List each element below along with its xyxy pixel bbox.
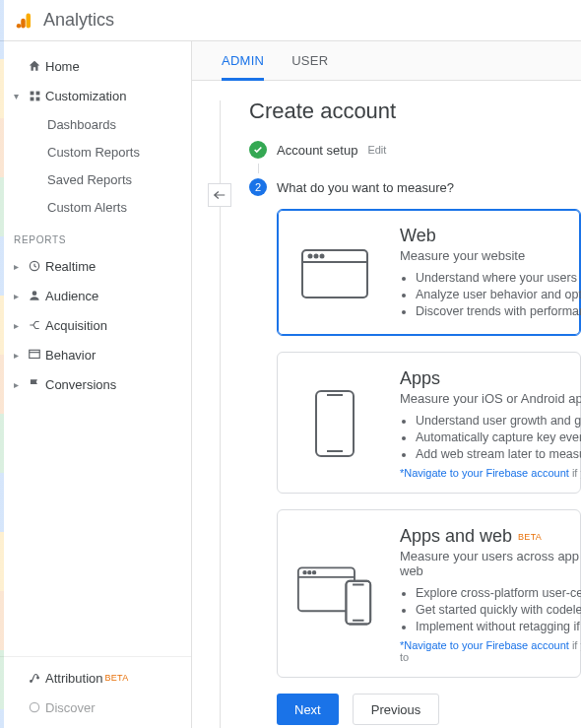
nav-home[interactable]: Home — [0, 51, 191, 81]
back-arrow-icon — [213, 190, 226, 200]
nav-conversions-label: Conversions — [45, 377, 116, 392]
expand-icon: ▸ — [14, 350, 24, 361]
subnav-saved-reports[interactable]: Saved Reports — [0, 165, 191, 193]
svg-point-21 — [313, 570, 315, 572]
back-button[interactable] — [208, 183, 231, 207]
behavior-icon — [24, 348, 45, 362]
step2-number: 2 — [249, 178, 267, 196]
option-web-bullet: Discover trends with performance — [416, 304, 581, 318]
subnav-custom-reports[interactable]: Custom Reports — [0, 138, 191, 165]
option-web-bullet: Analyze user behavior and optimize — [416, 288, 581, 301]
svg-rect-5 — [30, 97, 33, 100]
previous-button[interactable]: Previous — [353, 694, 440, 725]
expand-icon: ▸ — [14, 379, 24, 390]
svg-point-16 — [321, 254, 324, 257]
step-account-setup[interactable]: Account setup Edit — [249, 136, 581, 164]
svg-rect-9 — [30, 350, 40, 358]
subnav-custom-alerts[interactable]: Custom Alerts — [0, 193, 191, 221]
svg-point-11 — [37, 677, 39, 679]
beta-badge: BETA — [518, 532, 542, 542]
tab-admin[interactable]: ADMIN — [222, 41, 264, 81]
step1-edit-link[interactable]: Edit — [367, 144, 386, 156]
attribution-icon — [24, 671, 45, 685]
nav-attribution-label: Attribution — [45, 671, 103, 686]
svg-point-15 — [315, 254, 318, 257]
nav-audience-label: Audience — [45, 289, 98, 303]
next-button[interactable]: Next — [277, 694, 339, 725]
option-apps-note: *Navigate to your Firebase account if yo… — [400, 467, 581, 479]
nav-realtime[interactable]: ▸ Realtime — [0, 251, 191, 281]
tab-user[interactable]: USER — [291, 41, 328, 81]
option-web-title: Web — [400, 226, 581, 246]
sidebar: Home ▾ Customization Dashboards Custom R… — [0, 41, 192, 728]
nav-acquisition-label: Acquisition — [45, 318, 107, 333]
svg-rect-22 — [346, 580, 370, 624]
svg-point-20 — [308, 570, 310, 572]
home-icon — [24, 59, 45, 73]
option-web-subtitle: Measure your website — [400, 248, 581, 263]
nav-discover[interactable]: Discover — [0, 693, 191, 722]
svg-rect-3 — [30, 91, 33, 95]
expand-icon: ▸ — [14, 261, 24, 272]
back-rail — [206, 100, 233, 728]
decorative-edge-stripe — [0, 0, 4, 728]
page-title: Create account — [249, 99, 581, 124]
browser-and-phone-icon — [295, 526, 374, 663]
svg-point-19 — [303, 570, 305, 572]
step1-title: Account setup — [277, 143, 357, 158]
option-appsweb-bullet: Get started quickly with codeless event — [416, 603, 581, 617]
svg-rect-17 — [316, 391, 354, 456]
svg-point-12 — [30, 702, 38, 711]
nav-conversions[interactable]: ▸ Conversions — [0, 369, 191, 399]
option-card-apps[interactable]: Apps Measure your iOS or Android apps Un… — [277, 352, 581, 494]
option-apps-title: Apps — [400, 368, 581, 389]
step2-title: What do you want to measure? — [277, 180, 454, 195]
nav-behavior[interactable]: ▸ Behavior — [0, 340, 191, 369]
nav-home-label: Home — [45, 59, 80, 74]
nav-customization-label: Customization — [45, 89, 126, 103]
analytics-logo-icon — [16, 12, 33, 30]
nav-acquisition[interactable]: ▸ Acquisition — [0, 310, 191, 340]
option-card-apps-and-web[interactable]: Apps and webBETA Measure your users acro… — [277, 509, 581, 678]
reports-section-label: REPORTS — [0, 221, 191, 251]
check-icon — [249, 141, 267, 159]
svg-point-14 — [309, 254, 312, 257]
svg-rect-0 — [27, 13, 32, 28]
person-icon — [24, 289, 45, 302]
option-appsweb-bullet: Explore cross-platform user-centric — [416, 586, 581, 600]
expand-icon: ▸ — [14, 320, 24, 331]
phone-icon — [295, 368, 374, 479]
subnav-dashboards[interactable]: Dashboards — [0, 110, 191, 138]
option-appsweb-bullet: Implement without retagging if you — [416, 620, 581, 633]
collapse-icon: ▾ — [14, 91, 24, 101]
svg-rect-1 — [21, 18, 26, 28]
nav-discover-label: Discover — [45, 700, 96, 715]
customization-icon — [24, 90, 45, 102]
svg-point-10 — [31, 681, 32, 683]
svg-point-2 — [17, 24, 22, 29]
option-appsweb-note: *Navigate to your Firebase account if yo… — [400, 639, 581, 663]
expand-icon: ▸ — [14, 291, 24, 301]
svg-rect-6 — [35, 97, 39, 100]
acquisition-icon — [24, 318, 45, 332]
option-appsweb-title: Apps and web — [400, 526, 512, 547]
nav-behavior-label: Behavior — [45, 348, 96, 363]
clock-icon — [24, 259, 45, 273]
option-card-web[interactable]: Web Measure your website Understand wher… — [277, 209, 581, 336]
nav-audience[interactable]: ▸ Audience — [0, 281, 191, 310]
option-web-bullet: Understand where your users are coming f… — [416, 271, 581, 285]
svg-rect-4 — [35, 91, 39, 95]
flag-icon — [24, 377, 45, 391]
beta-badge: BETA — [105, 673, 129, 683]
option-apps-subtitle: Measure your iOS or Android apps — [400, 391, 581, 406]
nav-customization[interactable]: ▾ Customization — [0, 81, 191, 110]
nav-attribution[interactable]: Attribution BETA — [0, 663, 191, 693]
app-title: Analytics — [43, 10, 114, 31]
nav-realtime-label: Realtime — [45, 259, 96, 274]
option-apps-bullet: Add web stream later to measure cross-pl… — [416, 447, 581, 461]
discover-icon — [24, 700, 45, 714]
option-apps-bullet: Understand user growth and get insights — [416, 414, 581, 428]
svg-point-8 — [32, 291, 37, 296]
content-area: ADMIN USER Create account Account setup … — [192, 41, 581, 728]
app-header: Analytics — [0, 0, 581, 41]
